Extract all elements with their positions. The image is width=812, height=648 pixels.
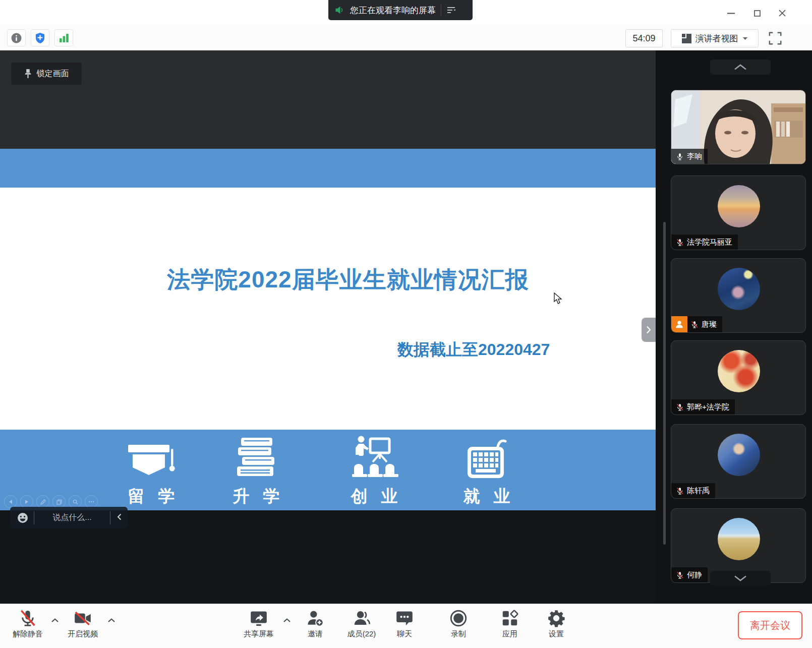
category-employment: 就 业 (444, 435, 530, 508)
members-button[interactable]: 成员(22) (341, 609, 382, 639)
invite-button[interactable]: 邀请 (295, 609, 335, 639)
mic-muted-icon (676, 487, 684, 495)
mic-muted-icon (676, 571, 684, 579)
unmute-label: 解除静音 (8, 629, 48, 639)
books-icon (213, 435, 299, 481)
camera-off-icon (73, 609, 92, 628)
participant-avatar (718, 434, 760, 476)
chat-button[interactable]: 聊天 (384, 609, 425, 639)
participant-tile-lixiang[interactable]: 李响 (671, 90, 806, 164)
keyboard-icon (444, 435, 530, 481)
record-icon (449, 609, 468, 628)
share-screen-button[interactable]: 共享屏幕 (239, 609, 279, 639)
apps-icon (500, 609, 519, 628)
view-mode-selector[interactable]: 演讲者视图 (671, 29, 759, 47)
mic-on-icon (676, 152, 684, 161)
participant-tile-chenxuanyu[interactable]: 陈轩禹 (671, 424, 806, 499)
participant-avatar (718, 518, 760, 560)
meeting-timer: 54:09 (625, 29, 663, 47)
sidebar-collapse-tab[interactable] (642, 318, 656, 342)
participant-name-tag: 李响 (671, 149, 708, 164)
window-titlebar: 您正在观看李响的屏幕 (0, 0, 812, 24)
category-study-abroad: 留 学 (108, 435, 194, 508)
chat-input-placeholder[interactable]: 说点什么... (34, 512, 110, 523)
meeting-info-button[interactable] (7, 29, 26, 46)
slide-body (0, 188, 656, 430)
collapse-chatbar-icon[interactable] (110, 513, 128, 522)
mic-muted-icon (676, 238, 684, 247)
security-button[interactable] (31, 29, 49, 46)
participant-name: 郭晔+法学院 (687, 402, 729, 412)
mouse-cursor (554, 292, 563, 307)
slide-subtitle: 数据截止至20220427 (397, 339, 550, 361)
settings-icon (547, 609, 566, 628)
participant-name-tag: 郭晔+法学院 (671, 399, 735, 415)
participant-name: 陈轩禹 (687, 486, 710, 496)
participant-name-tag: 何静 (671, 567, 708, 582)
meeting-topbar: 54:09 演讲者视图 (0, 24, 812, 50)
close-button[interactable] (775, 7, 790, 20)
participant-name-tag: 陈轩禹 (671, 483, 715, 498)
slide-bottom-band (0, 430, 656, 510)
share-screen-label: 共享屏幕 (239, 629, 279, 639)
emoji-icon[interactable] (17, 512, 28, 523)
participant-name-tag: 唐璨 (671, 316, 722, 332)
mic-options-caret[interactable] (50, 617, 60, 623)
record-label: 录制 (438, 629, 479, 639)
scroll-participants-down-button[interactable] (710, 571, 771, 586)
settings-button[interactable]: 设置 (536, 609, 576, 639)
participant-name-tag: 法学院马丽亚 (671, 234, 738, 250)
watching-banner-text: 您正在观看李响的屏幕 (350, 5, 436, 16)
category-entrepreneurship: 创 业 (331, 435, 417, 508)
lock-screen-label: 锁定画面 (37, 69, 69, 79)
share-screen-icon (249, 609, 268, 628)
watching-banner: 您正在观看李响的屏幕 (328, 0, 473, 20)
meeting-controls-bar: 解除静音 开启视频 共享屏幕 邀请 成员(22) 聊天 录制 应用 设置 (0, 604, 812, 648)
participant-name: 李响 (687, 152, 702, 161)
category-label: 升 学 (213, 485, 299, 508)
network-quality-button[interactable] (54, 29, 73, 46)
start-video-label: 开启视频 (63, 629, 103, 639)
scroll-participants-up-button[interactable] (710, 60, 771, 75)
minimize-button[interactable] (723, 7, 738, 20)
fullscreen-icon (768, 31, 782, 45)
apps-label: 应用 (490, 629, 530, 639)
speaker-icon (335, 6, 345, 15)
participant-tile-tangcan[interactable]: 唐璨 (671, 258, 806, 333)
shield-plus-icon (35, 32, 45, 44)
signal-bars-icon (59, 33, 69, 42)
video-options-caret[interactable] (107, 617, 116, 623)
unmute-button[interactable]: 解除静音 (8, 609, 48, 639)
banner-menu-icon[interactable] (441, 0, 461, 20)
category-label: 创 业 (331, 485, 417, 508)
settings-label: 设置 (536, 629, 576, 639)
record-button[interactable]: 录制 (438, 609, 479, 639)
presentation-icon (331, 435, 417, 481)
start-video-button[interactable]: 开启视频 (63, 609, 103, 639)
mic-muted-icon (18, 609, 37, 628)
members-icon (352, 609, 371, 628)
members-label: 成员(22) (341, 629, 382, 639)
sidebar-scrollbar[interactable] (663, 222, 666, 545)
fullscreen-button[interactable] (767, 30, 784, 46)
layout-icon (682, 34, 691, 43)
category-label: 留 学 (108, 485, 194, 508)
lock-screen-button[interactable]: 锁定画面 (11, 63, 82, 85)
participant-tile-maliya[interactable]: 法学院马丽亚 (671, 175, 806, 250)
chat-quick-bar[interactable]: 说点什么... (10, 507, 128, 528)
invite-label: 邀请 (295, 629, 335, 639)
chevron-right-icon (646, 326, 651, 334)
mic-muted-icon (676, 403, 684, 411)
participant-avatar (718, 185, 760, 227)
mic-muted-icon (690, 320, 699, 329)
leave-meeting-button[interactable]: 离开会议 (738, 611, 802, 639)
apps-button[interactable]: 应用 (490, 609, 530, 639)
category-further-education: 升 学 (213, 435, 299, 508)
participant-name: 法学院马丽亚 (687, 238, 732, 247)
share-options-caret[interactable] (282, 617, 292, 623)
pin-icon (24, 69, 32, 79)
participant-tile-guoye[interactable]: 郭晔+法学院 (671, 340, 806, 415)
chevron-down-icon (742, 37, 748, 40)
maximize-button[interactable] (749, 7, 765, 20)
participant-name: 唐璨 (702, 320, 717, 329)
